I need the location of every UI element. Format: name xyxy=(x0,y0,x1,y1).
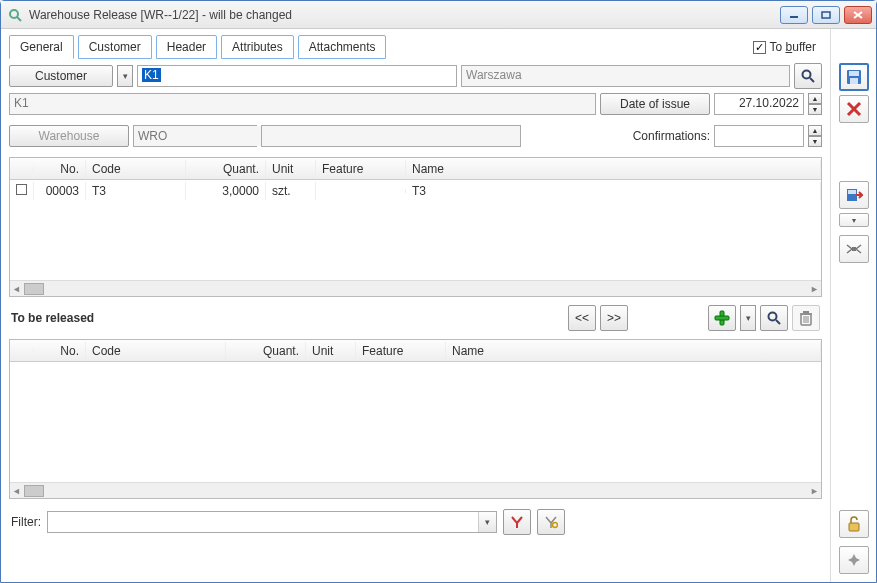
warehouse-combo[interactable]: ▾ xyxy=(133,125,257,147)
filter-clear-button[interactable] xyxy=(503,509,531,535)
col-quant[interactable]: Quant. xyxy=(186,160,266,178)
delete-button[interactable] xyxy=(792,305,820,331)
title-bar[interactable]: Warehouse Release [WR--1/22] - will be c… xyxy=(1,1,876,29)
search-button[interactable] xyxy=(760,305,788,331)
svg-line-1 xyxy=(17,17,21,21)
release-grid-body[interactable] xyxy=(10,362,821,482)
release-grid-header: No. Code Quant. Unit Feature Name xyxy=(10,340,821,362)
cell-no: 00003 xyxy=(34,182,86,200)
scroll-thumb[interactable] xyxy=(24,485,44,497)
svg-point-18 xyxy=(553,523,558,528)
row-checkbox[interactable] xyxy=(16,184,27,195)
svg-point-6 xyxy=(803,71,811,79)
customer-lookup-button[interactable] xyxy=(794,63,822,89)
warehouse-row: Warehouse ▾ Confirmations: ▲ ▼ xyxy=(9,125,822,147)
items-grid-body[interactable]: 00003 T3 3,0000 szt. T3 xyxy=(10,180,821,280)
col-unit[interactable]: Unit xyxy=(306,342,356,360)
items-grid-hscroll[interactable]: ◄► xyxy=(10,280,821,296)
release-grid: No. Code Quant. Unit Feature Name ◄► xyxy=(9,339,822,499)
customer-name-value: K1 xyxy=(14,96,29,110)
to-be-released-bar: To be released << >> ▾ xyxy=(9,301,822,335)
svg-rect-26 xyxy=(852,247,856,251)
confirmations-spin-up[interactable]: ▲ xyxy=(808,125,822,136)
col-feature[interactable]: Feature xyxy=(316,160,406,178)
col-unit[interactable]: Unit xyxy=(266,160,316,178)
cell-quant: 3,0000 xyxy=(186,182,266,200)
col-quant[interactable]: Quant. xyxy=(226,342,306,360)
date-spinner[interactable]: ▲ ▼ xyxy=(808,93,822,115)
window-frame: Warehouse Release [WR--1/22] - will be c… xyxy=(0,0,877,583)
save-button[interactable] xyxy=(839,63,869,91)
filter-settings-button[interactable] xyxy=(537,509,565,535)
tab-general[interactable]: General xyxy=(9,35,74,59)
items-grid: No. Code Quant. Unit Feature Name 00003 … xyxy=(9,157,822,297)
date-of-issue-button[interactable]: Date of issue xyxy=(600,93,710,115)
col-name[interactable]: Name xyxy=(446,342,821,360)
release-grid-hscroll[interactable]: ◄► xyxy=(10,482,821,498)
tab-attachments[interactable]: Attachments xyxy=(298,35,387,59)
customer-button[interactable]: Customer xyxy=(9,65,113,87)
close-button[interactable] xyxy=(844,6,872,24)
add-button[interactable] xyxy=(708,305,736,331)
col-feature[interactable]: Feature xyxy=(356,342,446,360)
tab-row: General Customer Header Attributes Attac… xyxy=(9,35,822,59)
customer-dropdown-arrow[interactable]: ▾ xyxy=(117,65,133,87)
export-dropdown[interactable]: ▾ xyxy=(839,213,869,227)
col-code[interactable]: Code xyxy=(86,342,226,360)
col-no[interactable]: No. xyxy=(34,342,86,360)
window-title: Warehouse Release [WR--1/22] - will be c… xyxy=(29,8,780,22)
svg-rect-21 xyxy=(850,78,858,84)
svg-point-10 xyxy=(769,313,777,321)
svg-rect-13 xyxy=(803,311,809,313)
svg-rect-20 xyxy=(849,71,859,76)
cell-unit: szt. xyxy=(266,182,316,200)
nav-next-button[interactable]: >> xyxy=(600,305,628,331)
filter-input[interactable] xyxy=(48,512,478,532)
warehouse-desc-input xyxy=(261,125,521,147)
unlock-button[interactable] xyxy=(839,510,869,538)
date-input[interactable]: 27.10.2022 xyxy=(714,93,804,115)
to-buffer-checkbox[interactable]: ✓ To buffer xyxy=(753,40,823,54)
confirmations-label: Confirmations: xyxy=(633,129,710,143)
maximize-button[interactable] xyxy=(812,6,840,24)
scroll-thumb[interactable] xyxy=(24,283,44,295)
merge-button[interactable] xyxy=(839,235,869,263)
col-code[interactable]: Code xyxy=(86,160,186,178)
export-button[interactable] xyxy=(839,181,869,209)
col-checkbox[interactable] xyxy=(10,349,34,353)
svg-rect-3 xyxy=(822,12,830,18)
confirmations-input[interactable] xyxy=(714,125,804,147)
to-buffer-label: To buffer xyxy=(770,40,817,54)
svg-line-11 xyxy=(776,320,780,324)
date-spin-up[interactable]: ▲ xyxy=(808,93,822,104)
col-name[interactable]: Name xyxy=(406,160,821,178)
tabs: General Customer Header Attributes Attac… xyxy=(9,35,386,59)
pin-button[interactable] xyxy=(839,546,869,574)
col-no[interactable]: No. xyxy=(34,160,86,178)
add-dropdown-arrow[interactable]: ▾ xyxy=(740,305,756,331)
cancel-button[interactable] xyxy=(839,95,869,123)
checkbox-checked-icon: ✓ xyxy=(753,41,766,54)
customer-name-input[interactable]: K1 xyxy=(9,93,596,115)
date-value: 27.10.2022 xyxy=(719,96,799,110)
table-row[interactable]: 00003 T3 3,0000 szt. T3 xyxy=(10,180,821,202)
customer-name-date-row: K1 Date of issue 27.10.2022 ▲ ▼ xyxy=(9,93,822,115)
col-checkbox[interactable] xyxy=(10,167,34,171)
svg-rect-9 xyxy=(715,316,729,320)
tab-attributes[interactable]: Attributes xyxy=(221,35,294,59)
confirmations-spin-down[interactable]: ▼ xyxy=(808,136,822,147)
filter-combo[interactable]: ▾ xyxy=(47,511,497,533)
svg-line-7 xyxy=(810,78,814,82)
minimize-button[interactable] xyxy=(780,6,808,24)
app-icon xyxy=(7,7,23,23)
svg-rect-2 xyxy=(790,16,798,18)
tab-header[interactable]: Header xyxy=(156,35,217,59)
customer-city-input[interactable]: Warszawa xyxy=(461,65,790,87)
tab-customer[interactable]: Customer xyxy=(78,35,152,59)
nav-prev-button[interactable]: << xyxy=(568,305,596,331)
confirmations-spinner[interactable]: ▲ ▼ xyxy=(808,125,822,147)
date-spin-down[interactable]: ▼ xyxy=(808,104,822,115)
customer-code-input[interactable]: K1 xyxy=(137,65,457,87)
filter-dropdown-arrow[interactable]: ▾ xyxy=(478,512,496,532)
cell-name: T3 xyxy=(406,182,821,200)
